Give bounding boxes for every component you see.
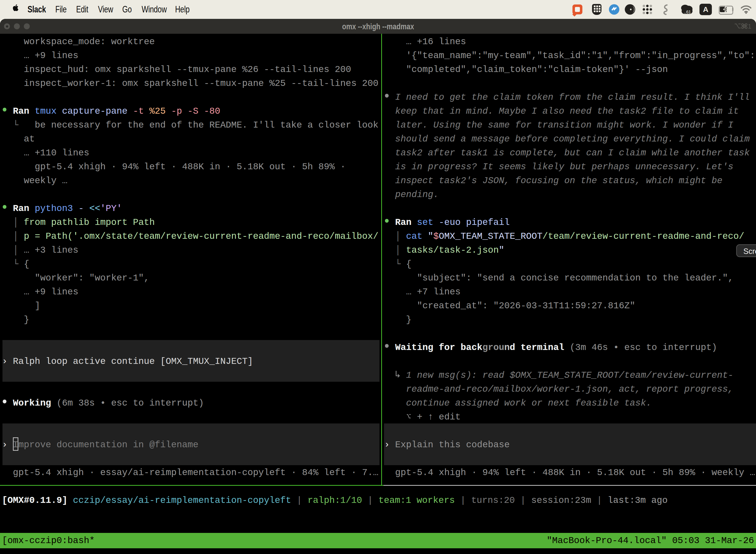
svg-text:..61: ..61 <box>684 10 691 14</box>
svg-text:1: 1 <box>748 23 751 30</box>
